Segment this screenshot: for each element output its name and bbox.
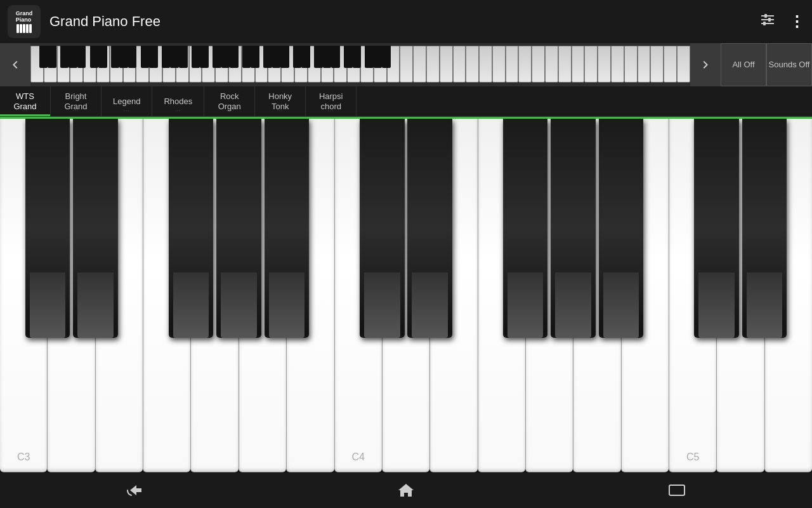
piano-key-ds3[interactable]	[73, 119, 117, 338]
piano-key-cs5[interactable]	[694, 119, 738, 338]
instrument-legend[interactable]: Legend ···	[102, 86, 152, 116]
recents-button[interactable]	[652, 478, 702, 503]
svg-rect-3	[768, 18, 771, 22]
note-label-c4: C4	[351, 451, 364, 463]
svg-rect-6	[669, 485, 684, 495]
piano-key-ds5[interactable]	[742, 119, 787, 338]
app-title: Grand Piano Free	[49, 13, 759, 30]
piano-key-cs4[interactable]	[360, 119, 404, 338]
app-icon-text: GrandPiano	[16, 10, 33, 23]
piano-key-gs3[interactable]	[216, 119, 261, 338]
bottom-navigation	[0, 472, 812, 508]
instrument-rhodes[interactable]: Rhodes ···	[152, 86, 204, 116]
instrument-honky-tonk[interactable]: HonkyTonk ···	[255, 86, 306, 116]
piano-key-gs4[interactable]	[551, 119, 595, 338]
white-keys-container: C3 C4	[0, 119, 812, 472]
mini-keyboard-display	[30, 46, 690, 84]
note-label-c3: C3	[17, 451, 30, 463]
scroll-left-button[interactable]	[0, 43, 30, 86]
piano-key-as3[interactable]	[265, 119, 309, 338]
instrument-harpsichord[interactable]: Harpsichord ···	[306, 86, 357, 116]
header: GrandPiano Grand Piano Free ⋮	[0, 0, 812, 43]
instrument-bright-grand[interactable]: BrightGrand ···	[51, 86, 102, 116]
home-button[interactable]	[381, 478, 431, 503]
instrument-wts-grand[interactable]: WTSGrand ···	[0, 86, 51, 116]
piano-key-ds4[interactable]	[407, 119, 452, 338]
equalizer-icon[interactable]	[759, 11, 776, 32]
piano-keyboard-area: C3 C4	[0, 117, 812, 472]
note-label-c5: C5	[686, 451, 699, 463]
scroll-right-button[interactable]	[690, 43, 721, 86]
svg-rect-5	[763, 22, 766, 25]
piano-key-fs4[interactable]	[503, 119, 547, 338]
all-off-button[interactable]: All Off	[721, 43, 766, 86]
piano-key-as4[interactable]	[599, 119, 643, 338]
app-icon-keys	[16, 24, 32, 33]
piano-key-cs3[interactable]	[25, 119, 70, 338]
piano-key-fs3[interactable]	[169, 119, 213, 338]
svg-rect-1	[764, 14, 767, 18]
app-icon: GrandPiano	[8, 5, 41, 38]
instrument-selector: WTSGrand ··· BrightGrand ··· Legend ··· …	[0, 86, 812, 117]
instrument-rock-organ[interactable]: RockOrgan ···	[204, 86, 255, 116]
sounds-off-button[interactable]: Sounds Off	[766, 43, 812, 86]
mini-white-keys	[30, 46, 690, 84]
mini-keyboard-bar: All Off Sounds Off	[0, 43, 812, 86]
header-controls: ⋮	[759, 11, 804, 32]
back-button[interactable]	[110, 478, 160, 503]
more-options-icon[interactable]: ⋮	[789, 13, 804, 30]
